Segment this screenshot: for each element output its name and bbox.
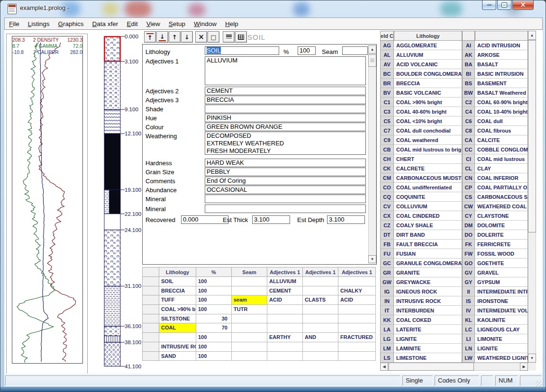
lookup-name-cell[interactable]: FOSSIL WOOD — [475, 249, 528, 258]
lookup-name-cell[interactable]: CLAYSTONE — [475, 211, 528, 221]
interval-column-header[interactable]: Adjectives 1 — [338, 267, 376, 277]
lithology-input[interactable]: SOIL — [205, 46, 279, 55]
interval-cell[interactable]: FRACTURED — [338, 333, 376, 342]
move-up-button[interactable]: ↑ — [169, 31, 181, 43]
lookup-code-cell[interactable]: CP — [462, 183, 475, 192]
form-scroll-thumb[interactable] — [368, 54, 376, 67]
interval-cell[interactable]: ACID — [267, 295, 303, 305]
interval-cell[interactable]: TUFF — [159, 295, 196, 305]
lookup-name-cell[interactable]: COAL dull conchodial — [394, 126, 462, 135]
interval-cell[interactable] — [303, 305, 338, 314]
interval-cell[interactable] — [303, 323, 338, 333]
delete-button[interactable]: × — [195, 31, 207, 43]
interval-cell[interactable]: TUTR — [232, 305, 267, 314]
interval-column-header[interactable]: Seam — [232, 267, 267, 277]
lookup-code-cell[interactable]: GY — [462, 277, 475, 287]
lookup-name-cell[interactable]: CHERT — [394, 154, 462, 164]
lookup-code-cell[interactable]: DT — [380, 230, 394, 240]
lookup-code-cell[interactable]: CI — [462, 154, 475, 164]
interval-cell[interactable] — [232, 277, 267, 286]
litho-interval[interactable] — [104, 336, 120, 342]
lookup-name-cell[interactable]: BOULDER CONGLOMERATE — [394, 69, 462, 79]
lookup-code-cell[interactable]: AK — [462, 50, 475, 60]
lookup-name-cell[interactable]: ACID INTRUSION — [475, 41, 528, 50]
lookup-code-cell[interactable]: LM — [380, 344, 394, 353]
litho-interval[interactable] — [109, 190, 121, 214]
lookup-name-cell[interactable]: LAMINITE — [394, 344, 462, 353]
interval-cell[interactable] — [267, 352, 303, 361]
lookup-name-cell[interactable]: INTRUSIVE ROCK — [394, 296, 462, 306]
menu-item-window[interactable]: Window — [190, 19, 221, 29]
title-bar[interactable]: example1.prolog - × — [0, 0, 546, 18]
interval-cell[interactable]: SAND — [159, 352, 196, 361]
lookup-code-cell[interactable]: C1 — [380, 98, 394, 107]
menu-item-file[interactable]: File — [5, 19, 24, 29]
interval-cell[interactable]: 100 — [196, 277, 232, 286]
lookup-vscroll-thumb[interactable] — [528, 40, 536, 232]
lookup-scroll-down-button[interactable]: ▼ — [528, 354, 536, 363]
percent-input[interactable]: 100 — [298, 46, 316, 55]
lookup-name-cell[interactable]: BASALT — [475, 60, 528, 69]
lithology-column[interactable] — [104, 36, 127, 367]
lookup-name-cell[interactable]: GOETHITE — [475, 258, 528, 268]
lookup-name-cell[interactable]: WEATHERED COAL — [475, 202, 528, 211]
lookup-name-cell[interactable]: DOLOMITE — [475, 221, 528, 230]
lookup-code-cell[interactable]: CV — [380, 202, 394, 211]
lookup-code-cell[interactable]: KL — [462, 315, 475, 325]
litho-interval[interactable] — [104, 326, 120, 336]
lookup-name-cell[interactable]: KAOLINITE — [475, 315, 528, 325]
interval-cell[interactable]: COAL — [159, 323, 196, 333]
lookup-name-cell[interactable]: BRECCIA — [394, 79, 462, 88]
lookup-name-cell[interactable]: ARKOSE — [475, 50, 528, 60]
interval-row-header[interactable] — [142, 333, 159, 342]
lookup-code-cell[interactable]: AL — [380, 50, 394, 60]
close-button[interactable]: × — [512, 0, 534, 10]
lookup-name-cell[interactable]: FUSIAN — [394, 249, 462, 258]
form-scroll-up-button[interactable]: ▲ — [368, 45, 376, 53]
interval-cell[interactable] — [267, 314, 303, 324]
interval-cell[interactable] — [338, 305, 376, 314]
lookup-name-cell[interactable]: GRANULE CONGLOMERATE — [394, 258, 462, 268]
interval-cell[interactable]: seam — [232, 295, 267, 305]
litho-interval[interactable] — [104, 109, 120, 134]
lookup-code-cell[interactable]: CM — [380, 173, 394, 183]
lookup-scroll-up-button[interactable]: ▲ — [528, 31, 536, 40]
lookup-scroll-right-button[interactable]: ▶ — [520, 363, 528, 371]
lookup-name-cell[interactable]: CARBONACEOUS MUDSTONE — [394, 173, 462, 183]
lookup-name-cell[interactable]: COAL >90% bright — [394, 98, 462, 107]
lookup-scroll-left-button[interactable]: ◀ — [380, 363, 388, 371]
lookup-name-cell[interactable]: BASIC INTRUSION — [475, 69, 528, 79]
lookup-name-cell[interactable]: COAL INFERIOR — [475, 173, 528, 183]
lookup-name-cell[interactable]: LIGNEOUS CLAY — [475, 325, 528, 334]
lookup-name-cell[interactable]: FAULT BRECCIA — [394, 240, 462, 249]
interval-column-header[interactable]: Adjectives 1 — [303, 267, 338, 277]
lookup-code-cell[interactable]: LG — [380, 334, 394, 344]
interval-cell[interactable]: 100 — [196, 305, 232, 314]
menu-item-graphics[interactable]: Graphics — [54, 19, 88, 29]
interval-cell[interactable]: INTRUSIVE ROC — [159, 342, 196, 352]
lookup-name-cell[interactable]: GRANITE — [394, 268, 462, 277]
lookup-code-cell[interactable]: C8 — [462, 126, 475, 135]
mineral2-input[interactable] — [205, 205, 366, 213]
lookup-name-cell[interactable]: COAL mid lustrous to bright — [394, 145, 462, 154]
interval-column-header[interactable]: Lithology — [159, 267, 196, 277]
interval-cell[interactable] — [303, 286, 338, 296]
form-scroll-down-button[interactable]: ▼ — [368, 255, 376, 263]
interval-column-header[interactable]: Adjectives 1 — [267, 267, 303, 277]
menu-item-view[interactable]: View — [142, 19, 164, 29]
interval-cell[interactable] — [303, 314, 338, 324]
lookup-code-cell[interactable]: KK — [380, 315, 394, 325]
lookup-code-cell[interactable]: CH — [380, 154, 394, 164]
lookup-code-cell[interactable]: FW — [462, 249, 475, 258]
lookup-code-cell[interactable]: BA — [462, 60, 475, 69]
lookup-name-cell[interactable]: COAL weathered — [394, 135, 462, 145]
lookup-header-code2[interactable] — [462, 31, 475, 41]
lookup-code-cell[interactable]: C3 — [380, 107, 394, 116]
minimize-button[interactable] — [482, 0, 496, 10]
lookup-code-cell[interactable]: GO — [462, 258, 475, 268]
menu-item-edit[interactable]: Edit — [122, 19, 142, 29]
interval-cell[interactable] — [267, 305, 303, 314]
litho-interval[interactable] — [104, 62, 120, 110]
interval-cell[interactable] — [232, 352, 267, 361]
interval-cell[interactable] — [232, 286, 267, 296]
